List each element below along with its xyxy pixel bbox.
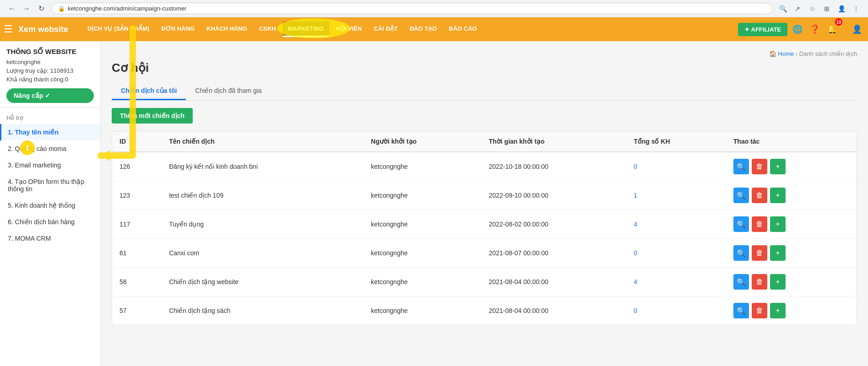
- view-button[interactable]: 🔍: [733, 303, 749, 318]
- back-button[interactable]: ←: [5, 2, 18, 15]
- tab-joined-campaigns[interactable]: Chiến dịch đã tham gia: [186, 82, 271, 100]
- table-row: 57 Chiến dịch tặng sách ketcongnghe 2021…: [112, 296, 857, 325]
- affiliate-button[interactable]: ✦ AFFILIATE: [738, 23, 787, 36]
- plus-button[interactable]: +: [770, 274, 786, 290]
- campaigns-table: ID Tên chiến dịch Người khởi tạo Thời gi…: [112, 131, 857, 325]
- nav-item-orders[interactable]: ĐƠN HÀNG: [156, 22, 200, 37]
- delete-button[interactable]: 🗑: [752, 274, 767, 290]
- refresh-button[interactable]: ↻: [35, 2, 48, 15]
- sidebar-section-title: THÔNG SỐ WEBSITE: [0, 41, 100, 58]
- view-button[interactable]: 🔍: [733, 245, 749, 261]
- nav-item-services[interactable]: DỊCH VỤ (SẢN PHẨM): [82, 22, 155, 37]
- nav-item-cskh[interactable]: CSKH: [254, 22, 282, 37]
- cell-creator: ketcongnghe: [363, 296, 481, 325]
- nav-item-customers[interactable]: KHÁCH HÀNG: [201, 22, 253, 37]
- tab-bar: Chiến dịch của tôi Chiến dịch đã tham gi…: [112, 82, 857, 101]
- sidebar-item-moma-crm[interactable]: 7. MOMA CRM: [0, 230, 100, 247]
- plus-button[interactable]: +: [770, 188, 786, 203]
- table-row: 126 Đăng ký kết nối kinh doanh bni ketco…: [112, 152, 857, 181]
- sidebar-item-moma-ads[interactable]: 2. Quảng cáo moma: [0, 140, 100, 157]
- cell-id: 126: [112, 152, 162, 181]
- plus-button[interactable]: +: [770, 245, 786, 261]
- col-creator: Người khởi tạo: [363, 131, 481, 152]
- cell-created-at: 2021-08-04 00:00:00: [482, 268, 626, 296]
- tab-my-campaigns[interactable]: Chiến dịch của tôi: [112, 82, 186, 100]
- cell-name: test chiến dịch 109: [162, 181, 363, 210]
- sidebar-item-optin-form[interactable]: 4. Tạo OPtin form thu thập thông tin: [0, 173, 100, 197]
- url-text: ketcongnghe.com/admin/campaign-customer: [68, 5, 186, 12]
- nav-item-training[interactable]: ĐÀO TẠO: [404, 22, 443, 37]
- help-icon[interactable]: ❓: [808, 22, 822, 37]
- sidebar-support-label: Hỗ trợ: [0, 112, 100, 124]
- main-nav: ☰ Xem website DỊCH VỤ (SẢN PHẨM) ĐƠN HÀN…: [0, 17, 868, 41]
- address-bar[interactable]: 🔒 ketcongnghe.com/admin/campaign-custome…: [51, 3, 773, 14]
- menu-icon[interactable]: ⋮: [850, 2, 863, 15]
- breadcrumb-current: Danh sách chiến dịch: [799, 50, 857, 57]
- sidebar-item-business-system[interactable]: 5. Kinh doanh hệ thống: [0, 197, 100, 214]
- cell-actions: 🔍 🗑 +: [726, 210, 857, 239]
- cell-creator: ketcongnghe: [363, 181, 481, 210]
- delete-button[interactable]: 🗑: [752, 188, 767, 203]
- sidebar-item-sales-campaign[interactable]: 6. Chiến dịch bán hàng: [0, 214, 100, 230]
- cell-name: Đăng ký kết nối kinh doanh bni: [162, 152, 363, 181]
- cell-created-at: 2021-08-04 00:00:00: [482, 296, 626, 325]
- nav-item-reports[interactable]: BÁO CÁO: [443, 22, 482, 37]
- star-icon[interactable]: ☆: [806, 2, 819, 15]
- view-button[interactable]: 🔍: [733, 274, 749, 290]
- sidebar-divider: [0, 108, 100, 108]
- delete-button[interactable]: 🗑: [752, 245, 767, 261]
- share-icon[interactable]: ↗: [791, 2, 804, 15]
- sidebar-item-rename-domain[interactable]: 1. Thay tên miền: [0, 124, 100, 140]
- plus-button[interactable]: +: [770, 216, 786, 232]
- globe-icon[interactable]: 🌐: [790, 22, 805, 37]
- table-body: 126 Đăng ký kết nối kinh doanh bni ketco…: [112, 152, 857, 325]
- table-header: ID Tên chiến dịch Người khởi tạo Thời gi…: [112, 131, 857, 152]
- plus-button[interactable]: +: [770, 303, 786, 318]
- forward-button[interactable]: →: [20, 2, 33, 15]
- nav-right: ✦ AFFILIATE 🌐 ❓ 🔔 10 👤: [738, 22, 864, 37]
- cell-created-at: 2022-10-18 00:00:00: [482, 152, 626, 181]
- search-icon[interactable]: 🔍: [776, 2, 789, 15]
- view-button[interactable]: 🔍: [733, 216, 749, 232]
- cell-total-kh: 0: [626, 152, 726, 181]
- view-button[interactable]: 🔍: [733, 188, 749, 203]
- cell-id: 57: [112, 296, 162, 325]
- cell-creator: ketcongnghe: [363, 268, 481, 296]
- avatar-icon[interactable]: 👤: [850, 22, 864, 37]
- cell-total-kh: 4: [626, 210, 726, 239]
- page-title: Cơ hội: [112, 61, 857, 75]
- add-campaign-button[interactable]: Thêm mới chiến dịch: [112, 108, 193, 124]
- main-layout: THÔNG SỐ WEBSITE ketcongnghe Lượng truy …: [0, 41, 868, 366]
- profile-icon[interactable]: 👤: [835, 2, 848, 15]
- hamburger-icon[interactable]: ☰: [4, 23, 13, 35]
- cell-total-kh: 4: [626, 268, 726, 296]
- cell-name: Chiến dịch tặng website: [162, 268, 363, 296]
- cell-name: Chiến dịch tặng sách: [162, 296, 363, 325]
- campaigns-table-container: ID Tên chiến dịch Người khởi tạo Thời gi…: [112, 131, 857, 325]
- col-name: Tên chiến dịch: [162, 131, 363, 152]
- nav-item-marketing[interactable]: MARKETING: [282, 22, 330, 37]
- sidebar: THÔNG SỐ WEBSITE ketcongnghe Lượng truy …: [0, 41, 101, 366]
- delete-button[interactable]: 🗑: [752, 303, 767, 318]
- table-row: 61 Canxi com ketcongnghe 2021-08-07 00:0…: [112, 239, 857, 268]
- cell-id: 61: [112, 239, 162, 268]
- cell-creator: ketcongnghe: [363, 210, 481, 239]
- cell-total-kh: 1: [626, 181, 726, 210]
- plus-button[interactable]: +: [770, 159, 786, 174]
- sidebar-item-email-marketing[interactable]: 3. Email marketing: [0, 157, 100, 173]
- delete-button[interactable]: 🗑: [752, 216, 767, 232]
- extensions-icon[interactable]: ⊞: [820, 2, 833, 15]
- breadcrumb-home[interactable]: Home: [778, 50, 794, 57]
- delete-button[interactable]: 🗑: [752, 159, 767, 174]
- sidebar-success-rate: Khả năng thành công:0: [0, 75, 100, 84]
- site-title: Xem website: [18, 25, 68, 34]
- cell-created-at: 2021-08-07 00:00:00: [482, 239, 626, 268]
- nav-item-members[interactable]: HỘI VIÊN: [330, 22, 367, 37]
- lock-icon: 🔒: [58, 5, 65, 12]
- browser-icons: 🔍 ↗ ☆ ⊞ 👤 ⋮: [776, 2, 863, 15]
- view-button[interactable]: 🔍: [733, 159, 749, 174]
- upgrade-button[interactable]: Nâng cấp ✓: [6, 88, 94, 103]
- table-row: 117 Tuyển dụng ketcongnghe 2022-08-02 00…: [112, 210, 857, 239]
- cell-name: Tuyển dụng: [162, 210, 363, 239]
- nav-item-settings[interactable]: CÀI ĐẶT: [368, 22, 403, 37]
